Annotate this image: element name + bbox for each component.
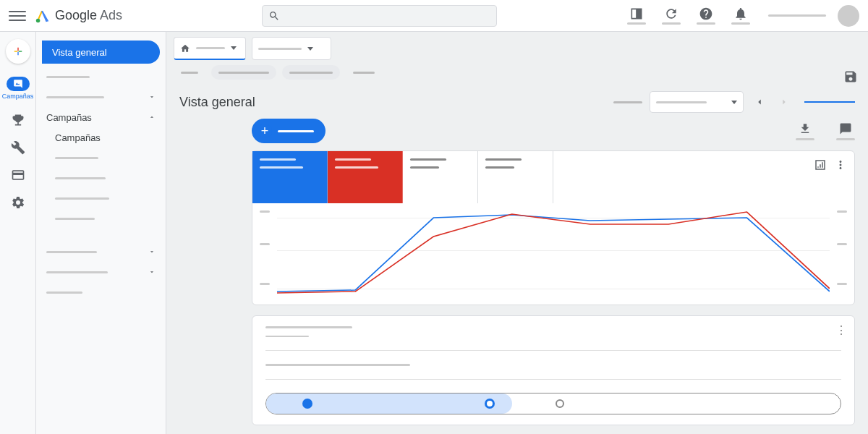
account-label <box>768 14 826 17</box>
app-header: Google Ads <box>0 0 868 32</box>
page-title: Vista general <box>179 95 255 110</box>
create-button[interactable] <box>6 39 30 64</box>
metric-tile-4[interactable] <box>478 151 553 203</box>
search-icon <box>268 10 280 22</box>
sidebar-item[interactable] <box>36 188 166 208</box>
help-icon[interactable] <box>692 1 720 30</box>
appearance-icon[interactable] <box>622 1 651 30</box>
account-dropdown[interactable] <box>174 37 246 60</box>
chevron-down-icon <box>148 248 156 255</box>
metric-tile-2[interactable] <box>328 151 403 203</box>
rail-goals[interactable] <box>11 113 25 127</box>
hamburger-menu-icon[interactable] <box>9 7 26 25</box>
chip[interactable] <box>346 65 382 80</box>
sidebar-item[interactable] <box>36 67 166 87</box>
stepper-dot-current <box>302 399 312 409</box>
date-range-dropdown[interactable] <box>650 91 744 113</box>
optimization-card: ⋮ <box>252 315 855 425</box>
metric-tile-1[interactable] <box>252 151 328 203</box>
sidebar: Vista general Campañas Campañas <box>36 32 166 434</box>
search-input[interactable] <box>262 5 497 27</box>
sidebar-item[interactable] <box>36 262 166 282</box>
sidebar-item[interactable] <box>36 168 166 188</box>
chevron-up-icon <box>148 114 156 121</box>
rail-campaigns[interactable]: Campañas <box>2 77 34 100</box>
save-view-icon[interactable] <box>843 69 858 87</box>
logo[interactable]: Google Ads <box>35 8 122 24</box>
chip[interactable] <box>211 65 276 80</box>
google-ads-logo-icon <box>35 8 51 24</box>
svg-point-0 <box>36 18 41 22</box>
rail-admin[interactable] <box>11 195 25 210</box>
new-campaign-button[interactable]: + <box>252 119 326 143</box>
logo-text: Google Ads <box>55 8 122 23</box>
performance-card <box>252 150 855 305</box>
sidebar-item-overview[interactable]: Vista general <box>42 41 160 64</box>
sidebar-sub-campaigns[interactable]: Campañas <box>36 127 166 148</box>
score-stepper <box>265 393 841 414</box>
refresh-icon[interactable] <box>657 1 686 30</box>
stepper-dot-target <box>485 399 495 409</box>
campaign-dropdown[interactable] <box>252 37 331 60</box>
card-menu-icon[interactable]: ⋮ <box>835 323 847 337</box>
sidebar-section-campaigns[interactable]: Campañas <box>36 107 166 127</box>
rail-tools[interactable] <box>11 140 25 155</box>
home-icon <box>180 43 190 54</box>
sidebar-item[interactable] <box>36 148 166 168</box>
scope-toolbar <box>166 32 868 65</box>
chevron-down-icon <box>148 268 156 276</box>
line-chart <box>252 203 854 305</box>
card-menu-icon[interactable] <box>834 158 847 171</box>
sidebar-item[interactable] <box>36 208 166 229</box>
expand-chart-icon[interactable] <box>814 158 827 171</box>
feedback-button[interactable] <box>836 122 855 140</box>
chip[interactable] <box>282 65 340 80</box>
avatar[interactable] <box>838 5 859 27</box>
icon-rail: Campañas <box>0 32 36 434</box>
metric-tile-3[interactable] <box>403 151 478 203</box>
notifications-icon[interactable] <box>726 1 755 30</box>
main-content: Vista general + <box>166 32 868 434</box>
chip[interactable] <box>174 65 205 80</box>
breadcrumb-chips <box>166 65 868 80</box>
compare-indicator <box>804 101 855 103</box>
sidebar-item[interactable] <box>36 87 166 107</box>
date-prev-button[interactable] <box>751 93 768 111</box>
date-label <box>613 101 642 103</box>
sidebar-item[interactable] <box>36 282 166 302</box>
date-next-button[interactable] <box>775 93 793 111</box>
sidebar-item[interactable] <box>36 242 166 262</box>
stepper-dot-max <box>556 399 564 408</box>
chevron-down-icon <box>148 93 156 101</box>
download-button[interactable] <box>796 122 814 140</box>
rail-billing[interactable] <box>11 168 25 182</box>
